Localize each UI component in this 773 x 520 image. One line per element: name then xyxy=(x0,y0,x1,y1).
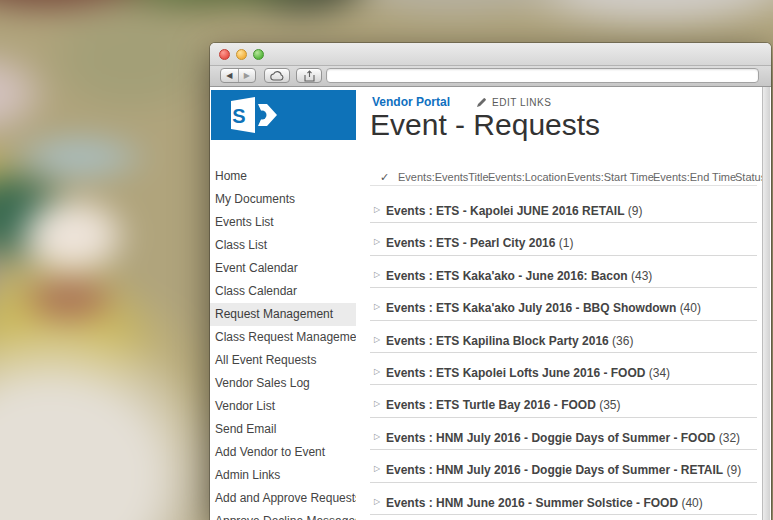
group-row[interactable]: ▷Events : HNM July 2016 - Doggie Days of… xyxy=(370,418,757,450)
sidebar-item-class-list[interactable]: Class List xyxy=(210,234,356,257)
expand-collapse-icon[interactable]: ▷ xyxy=(374,335,380,345)
sidebar-item-event-calendar[interactable]: Event Calendar xyxy=(210,257,356,280)
pencil-icon xyxy=(476,97,487,108)
cloud-icon xyxy=(270,71,285,81)
sidebar-item-all-event-requests[interactable]: All Event Requests xyxy=(210,349,356,372)
sidebar-item-vendor-list[interactable]: Vendor List xyxy=(210,395,356,418)
group-title: Events : ETS Kapolei Lofts June 2016 - F… xyxy=(386,366,670,380)
group-title: Events : ETS - Pearl City 2016 (1) xyxy=(386,236,573,250)
breadcrumb: Vendor Portal EDIT LINKS xyxy=(372,95,551,109)
group-row[interactable]: ▷Events : ETS - Kapolei JUNE 2016 RETAIL… xyxy=(370,191,757,223)
zoom-window-button[interactable] xyxy=(253,49,264,60)
browser-titlebar[interactable] xyxy=(210,43,771,66)
close-window-button[interactable] xyxy=(219,49,230,60)
sidebar-item-approve-decline-messages[interactable]: Approve Decline Messages xyxy=(210,510,356,520)
sharepoint-logo-icon: S xyxy=(211,90,356,140)
group-item-count: (32) xyxy=(719,431,740,445)
group-item-count: (9) xyxy=(628,204,643,218)
column-header-3[interactable]: Events:End Time xyxy=(653,171,736,183)
group-item-count: (34) xyxy=(649,366,670,380)
group-title-text: Events : ETS Kapilina Block Party 2016 xyxy=(386,334,609,348)
sharepoint-logo[interactable]: S xyxy=(211,90,356,140)
group-title-text: Events : HNM July 2016 - Doggie Days of … xyxy=(386,463,723,477)
group-row[interactable]: ▷Events : ETS Kapilina Block Party 2016 … xyxy=(370,321,757,353)
sidebar-item-class-request-management[interactable]: Class Request Management xyxy=(210,326,356,349)
group-title: Events : ETS Kaka'ako July 2016 - BBQ Sh… xyxy=(386,301,701,315)
group-title-text: Events : ETS Kaka'ako July 2016 - BBQ Sh… xyxy=(386,301,676,315)
sidebar-item-send-email[interactable]: Send Email xyxy=(210,418,356,441)
group-item-count: (9) xyxy=(727,463,742,477)
group-title: Events : ETS Kapilina Block Party 2016 (… xyxy=(386,334,633,348)
group-row[interactable]: ▷Events : ETS - Pearl City 2016 (1) xyxy=(370,223,757,255)
edit-links-button[interactable]: EDIT LINKS xyxy=(476,97,551,108)
expand-collapse-icon[interactable]: ▷ xyxy=(374,399,380,409)
group-title-text: Events : ETS - Pearl City 2016 xyxy=(386,236,555,250)
group-title-text: Events : ETS Turtle Bay 2016 - FOOD xyxy=(386,398,596,412)
column-header-0[interactable]: Events:EventsTitle xyxy=(398,171,489,183)
group-title: Events : HNM July 2016 - Doggie Days of … xyxy=(386,431,740,445)
group-row[interactable]: ▷Events : HNM July 2016 - Doggie Days of… xyxy=(370,450,757,482)
group-row[interactable]: ▷Events : ETS Kaka'ako July 2016 - BBQ S… xyxy=(370,288,757,320)
sidebar-item-vendor-sales-log[interactable]: Vendor Sales Log xyxy=(210,372,356,395)
edit-links-label: EDIT LINKS xyxy=(492,97,551,108)
share-icon xyxy=(303,70,316,82)
select-all-checkmark[interactable]: ✓ xyxy=(380,171,389,184)
page-title: Event - Requests xyxy=(370,108,600,142)
sidebar-item-add-vendor-to-event[interactable]: Add Vendor to Event xyxy=(210,441,356,464)
sidebar-item-my-documents[interactable]: My Documents xyxy=(210,188,356,211)
sidebar-item-request-management[interactable]: Request Management xyxy=(210,303,356,326)
expand-collapse-icon[interactable]: ▷ xyxy=(374,270,380,280)
column-header-2[interactable]: Events:Start Time xyxy=(567,171,654,183)
expand-collapse-icon[interactable]: ▷ xyxy=(374,367,380,377)
group-row[interactable]: ▷Events : ETS Kapolei Lofts June 2016 - … xyxy=(370,353,757,385)
sidebar-item-events-list[interactable]: Events List xyxy=(210,211,356,234)
logo-letter: S xyxy=(232,105,245,127)
group-row[interactable]: ▷Events : ETS Kaka'ako - June 2016: Baco… xyxy=(370,256,757,288)
sidebar-item-add-and-approve-requests[interactable]: Add and Approve Requests xyxy=(210,487,356,510)
cloud-button[interactable] xyxy=(264,68,290,83)
group-item-count: (35) xyxy=(599,398,620,412)
sharepoint-page: S HomeMy DocumentsEvents ListClass ListE… xyxy=(210,87,771,520)
group-title-text: Events : ETS - Kapolei JUNE 2016 RETAIL xyxy=(386,204,625,218)
group-title-text: Events : ETS Kapolei Lofts June 2016 - F… xyxy=(386,366,645,380)
address-bar[interactable] xyxy=(326,68,759,83)
group-item-count: (36) xyxy=(612,334,633,348)
expand-collapse-icon[interactable]: ▷ xyxy=(374,432,380,442)
sidebar-nav: HomeMy DocumentsEvents ListClass ListEve… xyxy=(210,165,356,520)
expand-collapse-icon[interactable]: ▷ xyxy=(374,302,380,312)
page-scrollbar[interactable] xyxy=(762,87,770,520)
sidebar-item-home[interactable]: Home xyxy=(210,165,356,188)
group-item-count: (40) xyxy=(681,496,702,510)
group-title: Events : HNM July 2016 - Doggie Days of … xyxy=(386,463,741,477)
history-nav-buttons: ◀ ▶ xyxy=(220,68,256,83)
expand-collapse-icon[interactable]: ▷ xyxy=(374,464,380,474)
share-button[interactable] xyxy=(296,68,322,83)
back-button[interactable]: ◀ xyxy=(221,69,239,82)
group-title: Events : ETS Turtle Bay 2016 - FOOD (35) xyxy=(386,398,621,412)
group-item-count: (43) xyxy=(631,269,652,283)
column-header-row: ✓ Events:EventsTitleEvents:LocationEvent… xyxy=(370,171,757,186)
event-group-list: ▷Events : ETS - Kapolei JUNE 2016 RETAIL… xyxy=(370,191,757,515)
portal-home-link[interactable]: Vendor Portal xyxy=(372,95,450,109)
group-item-count: (1) xyxy=(559,236,574,250)
minimize-window-button[interactable] xyxy=(236,49,247,60)
expand-collapse-icon[interactable]: ▷ xyxy=(374,237,380,247)
group-row[interactable]: ▷Events : HNM June 2016 - Summer Solstic… xyxy=(370,483,757,515)
group-title: Events : ETS Kaka'ako - June 2016: Bacon… xyxy=(386,269,652,283)
group-title: Events : ETS - Kapolei JUNE 2016 RETAIL … xyxy=(386,204,643,218)
group-title-text: Events : ETS Kaka'ako - June 2016: Bacon xyxy=(386,269,628,283)
sidebar: S HomeMy DocumentsEvents ListClass ListE… xyxy=(210,87,356,520)
sidebar-item-admin-links[interactable]: Admin Links xyxy=(210,464,356,487)
column-header-1[interactable]: Events:Location xyxy=(488,171,566,183)
group-title-text: Events : HNM June 2016 - Summer Solstice… xyxy=(386,496,678,510)
group-title-text: Events : HNM July 2016 - Doggie Days of … xyxy=(386,431,715,445)
forward-button[interactable]: ▶ xyxy=(239,69,256,82)
group-row[interactable]: ▷Events : ETS Turtle Bay 2016 - FOOD (35… xyxy=(370,385,757,417)
expand-collapse-icon[interactable]: ▷ xyxy=(374,205,380,215)
main-content: Vendor Portal EDIT LINKS Event - Request… xyxy=(370,87,757,520)
browser-window: ◀ ▶ S HomeMy Do xyxy=(210,43,771,520)
expand-collapse-icon[interactable]: ▷ xyxy=(374,497,380,507)
group-title: Events : HNM June 2016 - Summer Solstice… xyxy=(386,496,703,510)
group-item-count: (40) xyxy=(680,301,701,315)
sidebar-item-class-calendar[interactable]: Class Calendar xyxy=(210,280,356,303)
